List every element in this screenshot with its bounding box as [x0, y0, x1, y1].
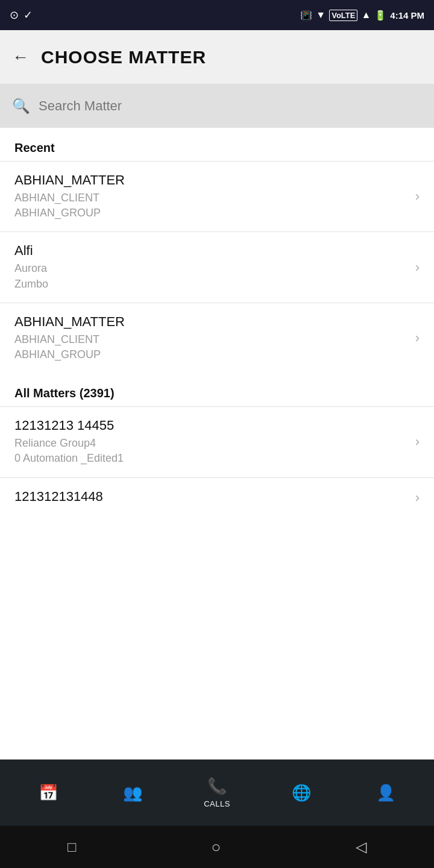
recent-item-1[interactable]: ABHIAN_MATTER ABHIAN_CLIENT ABHIAN_GROUP… — [0, 162, 434, 231]
recent-item-2-sub: Aurora Zumbo — [14, 261, 409, 291]
content-area: Recent ABHIAN_MATTER ABHIAN_CLIENT ABHIA… — [0, 128, 434, 760]
vibrate-icon: 📳 — [300, 10, 312, 21]
recent-item-2-text: Alfi Aurora Zumbo — [14, 243, 409, 291]
globe-icon: 🌐 — [292, 784, 311, 802]
recent-item-3[interactable]: ABHIAN_MATTER ABHIAN_CLIENT ABHIAN_GROUP… — [0, 303, 434, 373]
battery-icon: 🔋 — [374, 10, 386, 21]
time-display: 4:14 PM — [390, 10, 424, 20]
chevron-icon-1: › — [415, 189, 420, 204]
phone-icon: 📞 — [207, 777, 227, 796]
status-left-icons: ⊙ ✓ — [10, 8, 33, 22]
matter-item-2-text: 121312131448 — [14, 489, 409, 507]
back-button[interactable]: ← — [12, 48, 29, 67]
chevron-icon-3: › — [415, 330, 420, 346]
page-title: CHOOSE MATTER — [41, 47, 206, 68]
calls-label: CALLS — [204, 799, 230, 808]
bottom-nav: 📅 👥 📞 CALLS 🌐 👤 — [0, 760, 434, 826]
signal-icon: ▲ — [361, 10, 371, 20]
android-circle-button[interactable]: ○ — [211, 838, 221, 857]
nav-globe[interactable]: 🌐 — [277, 784, 326, 802]
nav-person[interactable]: 👤 — [362, 784, 410, 802]
recent-item-1-sub: ABHIAN_CLIENT ABHIAN_GROUP — [14, 190, 409, 221]
volte-label: VoLTE — [329, 10, 357, 21]
search-input[interactable] — [39, 98, 422, 114]
nav-contacts[interactable]: 👥 — [108, 784, 157, 802]
status-right-icons: 📳 ▼ VoLTE ▲ 🔋 4:14 PM — [300, 10, 424, 21]
recent-item-2-title: Alfi — [14, 243, 409, 259]
matter-item-1[interactable]: 12131213 14455 Reliance Group4 0 Automat… — [0, 407, 434, 477]
search-icon: 🔍 — [12, 98, 30, 115]
android-triangle-button[interactable]: ◁ — [356, 838, 366, 855]
recent-item-3-sub: ABHIAN_CLIENT ABHIAN_GROUP — [14, 332, 409, 362]
status-bar: ⊙ ✓ 📳 ▼ VoLTE ▲ 🔋 4:14 PM — [0, 0, 434, 30]
chevron-icon-2: › — [415, 260, 420, 275]
matter-item-2-title: 121312131448 — [14, 489, 409, 505]
recent-item-1-title: ABHIAN_MATTER — [14, 172, 409, 188]
android-square-button[interactable]: □ — [68, 838, 77, 855]
matter-item-1-title: 12131213 14455 — [14, 418, 409, 433]
recent-item-3-title: ABHIAN_MATTER — [14, 314, 409, 330]
wifi-icon: ▼ — [316, 10, 326, 20]
all-matters-section-label: All Matters (2391) — [0, 373, 434, 406]
top-bar: ← CHOOSE MATTER — [0, 30, 434, 84]
matter-item-1-text: 12131213 14455 Reliance Group4 0 Automat… — [14, 418, 409, 466]
app-icon: ✓ — [24, 8, 33, 22]
android-nav-bar: □ ○ ◁ — [0, 826, 434, 868]
matter-item-1-sub: Reliance Group4 0 Automation _Edited1 — [14, 436, 409, 466]
chevron-icon-5: › — [415, 490, 420, 506]
nav-calendar[interactable]: 📅 — [24, 784, 72, 802]
notification-icon: ⊙ — [10, 8, 19, 22]
person-icon: 👤 — [376, 784, 395, 802]
chevron-icon-4: › — [415, 434, 420, 450]
search-bar: 🔍 — [0, 84, 434, 128]
recent-item-1-text: ABHIAN_MATTER ABHIAN_CLIENT ABHIAN_GROUP — [14, 172, 409, 221]
matter-item-2[interactable]: 121312131448 › — [0, 478, 434, 518]
contacts-icon: 👥 — [123, 784, 142, 802]
recent-item-2[interactable]: Alfi Aurora Zumbo › — [0, 232, 434, 302]
nav-calls[interactable]: 📞 CALLS — [193, 777, 241, 808]
calendar-icon: 📅 — [39, 784, 58, 802]
recent-item-3-text: ABHIAN_MATTER ABHIAN_CLIENT ABHIAN_GROUP — [14, 314, 409, 362]
recent-section-label: Recent — [0, 128, 434, 161]
